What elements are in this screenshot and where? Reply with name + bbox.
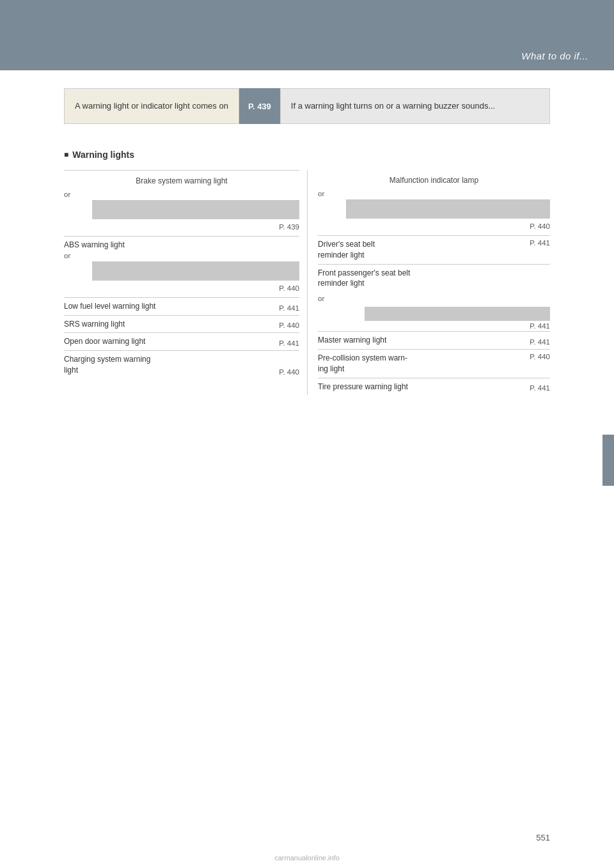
passenger-seatbelt-name: Front passenger's seat beltreminder ligh… (318, 268, 410, 288)
wl-or-abs: or (64, 252, 299, 260)
low-fuel-page: P. 441 (279, 304, 299, 312)
open-door-name: Open door warning light (64, 336, 145, 347)
driver-seatbelt-name: Driver's seat beltreminder light (318, 239, 375, 261)
header-bar: What to do if... (0, 0, 614, 70)
wl-entry-malfunction: Malfunction indicator lamp or P. 440 (318, 170, 550, 235)
wl-or-passenger: or (318, 292, 550, 304)
wl-entry-abs: ABS warning light or P. 440 (64, 236, 299, 297)
nav-left-label: A warning light or indicator light comes… (75, 100, 228, 112)
wl-entry-open-door: Open door warning light P. 441 (64, 332, 299, 350)
wl-right-col: Malfunction indicator lamp or P. 440 Dri… (307, 170, 550, 395)
nav-right-box: If a warning light turns on or a warning… (280, 88, 550, 124)
wl-entry-passenger-seatbelt: Front passenger's seat beltreminder ligh… (318, 264, 550, 293)
wl-entry-tire-pressure: Tire pressure warning light P. 441 (318, 378, 550, 396)
watermark: carmanualonline.info (274, 854, 340, 862)
nav-right-label: If a warning light turns on or a warning… (291, 100, 495, 112)
nav-badge-text: P. 439 (248, 102, 271, 111)
malfunction-page: P. 440 (530, 222, 550, 230)
passenger-img-bar (365, 307, 550, 321)
brake-img-bar (92, 200, 299, 219)
wl-entry-charging: Charging system warninglight P. 440 (64, 350, 299, 379)
wl-entry-srs: SRS warning light P. 440 (64, 315, 299, 333)
wl-entry-master-warning: Master warning light P. 441 (318, 331, 550, 349)
srs-page: P. 440 (279, 322, 299, 329)
driver-seatbelt-page: P. 441 (530, 239, 550, 247)
brake-page-row: P. 439 (64, 221, 299, 233)
passenger-seatbelt-page: P. 441 (318, 322, 550, 330)
section-header: Warning lights (64, 150, 550, 160)
malfunction-img-bar (346, 199, 550, 219)
master-warning-page: P. 441 (530, 338, 550, 346)
nav-left-box: A warning light or indicator light comes… (64, 88, 239, 124)
wl-or-malfunction: or (318, 190, 550, 198)
wl-or-brake: or (64, 190, 299, 198)
wl-entry-low-fuel: Low fuel level warning light P. 441 (64, 297, 299, 315)
header-title: What to do if... (521, 50, 588, 61)
abs-name: ABS warning light (64, 240, 299, 251)
wl-left-col: Brake system warning light or P. 439 ABS… (64, 170, 307, 395)
low-fuel-name: Low fuel level warning light (64, 301, 155, 312)
abs-page: P. 440 (279, 284, 299, 292)
srs-name: SRS warning light (64, 319, 125, 330)
tire-pressure-name: Tire pressure warning light (318, 382, 408, 392)
wl-entry-pre-collision: Pre-collision system warn-ing light P. 4… (318, 349, 550, 378)
main-content: Warning lights Brake system warning ligh… (0, 124, 614, 433)
warning-lights-grid: Brake system warning light or P. 439 ABS… (64, 170, 550, 395)
wl-left-col-header: Brake system warning light (64, 174, 299, 189)
brake-page: P. 439 (279, 223, 299, 231)
charging-page: P. 440 (279, 368, 299, 376)
passenger-seatbelt-page-row: P. 441 (318, 304, 550, 331)
right-tab (602, 435, 614, 486)
malfunction-page-row: P. 440 (318, 221, 550, 232)
page-number: 551 (536, 833, 550, 842)
nav-page-badge: P. 439 (239, 88, 280, 124)
master-warning-name: Master warning light (318, 335, 386, 346)
wl-right-col-header: Malfunction indicator lamp (318, 173, 550, 189)
pre-collision-name: Pre-collision system warn-ing light (318, 353, 407, 375)
abs-page-row: P. 440 (64, 283, 299, 294)
section-title: Warning lights (72, 150, 134, 160)
charging-name: Charging system warninglight (64, 354, 150, 376)
wl-entry-brake-system: Brake system warning light or P. 439 (64, 170, 299, 236)
wl-entry-driver-seatbelt: Driver's seat beltreminder light P. 441 (318, 235, 550, 264)
nav-area: A warning light or indicator light comes… (64, 88, 550, 124)
open-door-page: P. 441 (279, 339, 299, 347)
tire-pressure-page: P. 441 (530, 384, 550, 392)
abs-img-bar (92, 261, 299, 281)
pre-collision-page: P. 440 (530, 353, 550, 360)
